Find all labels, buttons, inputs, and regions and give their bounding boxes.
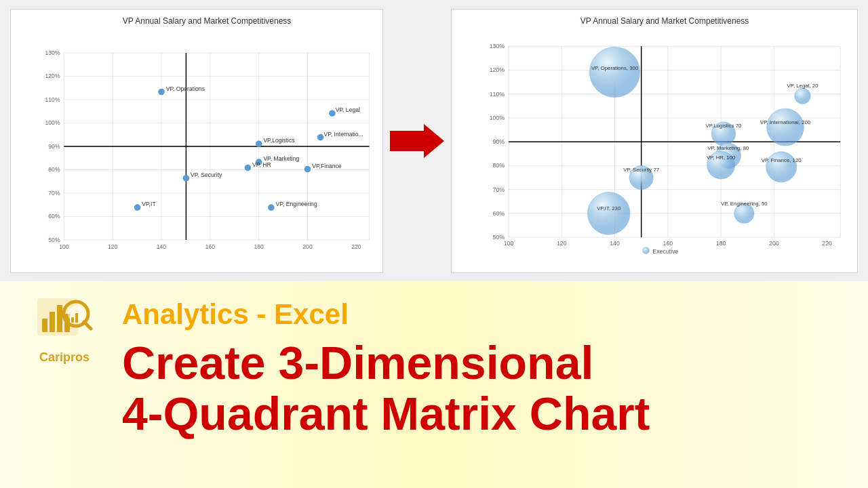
svg-text:50%: 50% xyxy=(493,233,505,240)
bubble-international xyxy=(767,108,804,146)
right-chart: VP Annual Salary and Market Competitiven… xyxy=(451,9,858,273)
bubble-label-logistics: VP,Logistics 70 xyxy=(706,122,742,128)
dot-international xyxy=(317,134,324,140)
svg-text:90%: 90% xyxy=(48,142,60,149)
svg-text:220: 220 xyxy=(822,239,832,246)
left-chart: VP Annual Salary and Market Competitiven… xyxy=(10,9,383,273)
label-hr: VP, HR xyxy=(252,161,271,167)
svg-text:160: 160 xyxy=(205,243,216,250)
bubble-label-legal: VP, Legal, 20 xyxy=(787,82,819,88)
svg-rect-69 xyxy=(42,319,47,332)
logo-name: Caripros xyxy=(39,350,90,365)
red-arrow xyxy=(390,124,444,158)
label-engineering: VP, Engineering xyxy=(276,201,317,207)
dot-security xyxy=(183,175,190,182)
svg-text:200: 200 xyxy=(769,239,779,246)
svg-text:140: 140 xyxy=(157,243,167,250)
bubble-label-international: VP, International, 200 xyxy=(760,119,811,125)
label-logistics: VP,Logistics xyxy=(263,137,294,144)
svg-text:100: 100 xyxy=(504,239,514,246)
bubble-label-finance: VP, Finance, 120 xyxy=(762,157,802,163)
text-area: Analytics - Excel Create 3-Dimensional 4… xyxy=(122,295,848,439)
dot-engineering xyxy=(268,204,275,211)
label-it: VP,IT xyxy=(142,201,156,207)
svg-text:50%: 50% xyxy=(48,236,60,243)
charts-area: VP Annual Salary and Market Competitiven… xyxy=(0,0,868,281)
dot-finance xyxy=(304,165,311,172)
label-security: VP, Security xyxy=(191,171,222,178)
svg-rect-70 xyxy=(50,312,55,332)
label-international: VP, Internatio... xyxy=(323,130,363,137)
svg-text:100: 100 xyxy=(59,243,69,250)
arrow-area xyxy=(390,121,444,161)
svg-text:100%: 100% xyxy=(490,114,505,121)
dot-operations xyxy=(158,88,165,95)
main-title-line2: 4-Quadrant Matrix Chart xyxy=(122,388,650,439)
svg-rect-76 xyxy=(75,313,78,323)
main-title-line1: Create 3-Dimensional xyxy=(122,337,593,388)
bubble-label-hr: VP, HR, 100 xyxy=(707,154,736,160)
left-chart-svg: 130% 120% 110% 100% 90% 80% 70% 60% 50% … xyxy=(38,29,376,265)
dot-logistics xyxy=(256,140,262,147)
dot-hr xyxy=(245,164,252,171)
svg-rect-75 xyxy=(71,317,74,323)
svg-text:180: 180 xyxy=(254,243,264,250)
svg-text:70%: 70% xyxy=(493,186,505,192)
svg-text:110%: 110% xyxy=(490,90,505,97)
legend-label: Executive xyxy=(652,247,678,254)
svg-text:120: 120 xyxy=(108,243,118,250)
label-operations: VP, Operations xyxy=(166,85,205,92)
svg-text:160: 160 xyxy=(663,239,673,246)
bubble-label-security: VP, Security 77 xyxy=(623,167,659,173)
logo-svg xyxy=(34,295,95,349)
svg-text:220: 220 xyxy=(351,243,361,250)
svg-text:70%: 70% xyxy=(48,189,60,196)
label-finance: VP,Finance xyxy=(312,162,342,169)
svg-rect-71 xyxy=(57,305,62,332)
right-chart-svg: 130% 120% 110% 100% 90% 80% 70% 60% 50% … xyxy=(479,29,850,265)
bubble-label-engineering: VP, Engineering, 50 xyxy=(721,201,768,207)
logo-area: Caripros xyxy=(20,295,108,365)
svg-text:120%: 120% xyxy=(45,73,60,79)
svg-text:60%: 60% xyxy=(48,213,60,220)
bubble-it xyxy=(588,192,631,235)
svg-text:130%: 130% xyxy=(490,43,505,49)
bubble-label-operations: VP, Operations, 300 xyxy=(591,65,639,71)
svg-text:80%: 80% xyxy=(48,166,60,173)
svg-text:120%: 120% xyxy=(490,66,505,73)
dot-it xyxy=(134,204,141,211)
svg-text:130%: 130% xyxy=(45,49,60,56)
svg-text:90%: 90% xyxy=(493,138,505,145)
svg-text:100%: 100% xyxy=(45,119,60,126)
arrow-svg xyxy=(390,121,444,161)
svg-text:180: 180 xyxy=(716,239,726,246)
main-title: Create 3-Dimensional 4-Quadrant Matrix C… xyxy=(122,338,848,439)
legend-icon xyxy=(643,247,650,253)
bubble-legal xyxy=(795,87,810,103)
bottom-area: Caripros Analytics - Excel Create 3-Dime… xyxy=(0,281,868,488)
svg-text:110%: 110% xyxy=(45,96,60,102)
svg-text:120: 120 xyxy=(557,239,567,246)
svg-text:60%: 60% xyxy=(493,209,505,216)
analytics-title: Analytics - Excel xyxy=(122,298,848,331)
svg-text:80%: 80% xyxy=(493,162,505,169)
right-chart-title: VP Annual Salary and Market Competitiven… xyxy=(479,16,850,26)
svg-text:200: 200 xyxy=(302,243,313,250)
svg-text:140: 140 xyxy=(610,239,620,246)
svg-line-77 xyxy=(84,322,91,329)
dot-legal xyxy=(329,110,336,117)
bubble-operations xyxy=(589,47,639,97)
bubble-label-it: VP,IT, 230 xyxy=(597,205,621,211)
left-chart-title: VP Annual Salary and Market Competitiven… xyxy=(38,16,376,26)
label-legal: VP, Legal xyxy=(336,106,360,113)
bubble-label-marketing: VP, Marketing, 80 xyxy=(707,144,749,150)
